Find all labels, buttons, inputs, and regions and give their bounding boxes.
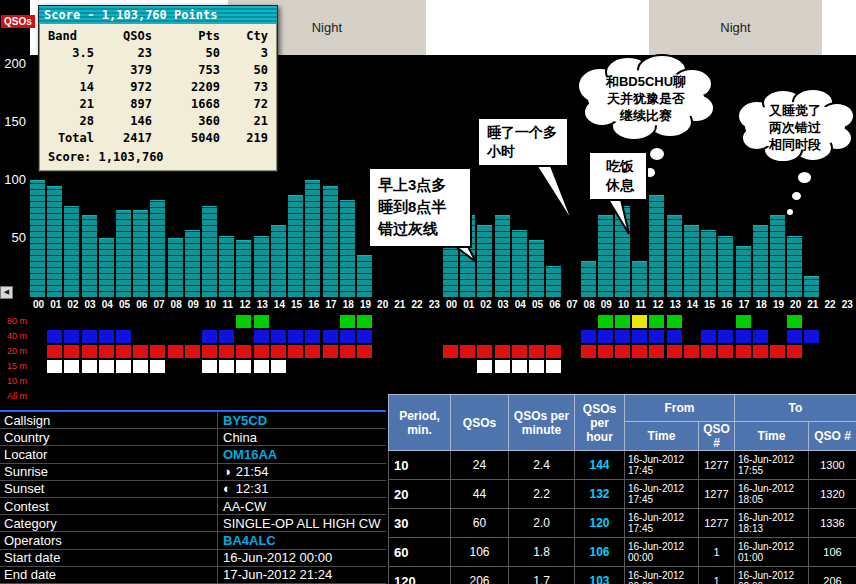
score-grid: BandQSOsPtsCty3.523503737975350149722209… (48, 28, 268, 147)
band-activity-cell (667, 330, 682, 343)
band-activity-cell (64, 360, 79, 373)
band-activity-cell (133, 360, 148, 373)
rate-cell: 1336 (809, 509, 856, 538)
band-activity-cell (202, 330, 217, 343)
rate-row: 10242.414416-Jun-2012 17:45127716-Jun-20… (389, 451, 856, 480)
band-activity-cell (116, 330, 131, 343)
band-activity-cell (529, 360, 544, 373)
band-activity-cell (632, 315, 647, 328)
score-cell: 28 (48, 113, 94, 130)
band-activity-cell (116, 360, 131, 373)
band-activity-cell (736, 315, 751, 328)
band-activity-cell (787, 315, 802, 328)
rate-subcolumn-header: Time (625, 422, 699, 451)
score-cell: 360 (152, 113, 220, 130)
rate-graph-window: NightNight 50100150200000102030405060708… (0, 0, 856, 584)
info-value: OM16AA (218, 447, 277, 462)
rate-cell: 30 (389, 509, 451, 538)
annotation-sleep-again: 又睡觉了 两次错过 相同时段 (733, 86, 856, 168)
score-cell: 7 (48, 62, 94, 79)
info-label: Start date (0, 550, 218, 566)
rate-column-header: From (625, 395, 735, 422)
rate-cell: 2.4 (509, 451, 575, 480)
info-row: CountryChina (0, 429, 386, 446)
info-label: Sunset (0, 481, 218, 497)
band-activity-cell (150, 345, 165, 358)
band-activity-cell (701, 330, 716, 343)
band-activity-cell (649, 345, 664, 358)
annotation-morning-sleep: 早上3点多 睡到8点半 错过灰线 (368, 167, 472, 248)
band-activity-cell (254, 345, 269, 358)
score-cell: 972 (94, 79, 152, 96)
band-activity-cell (150, 360, 165, 373)
score-column-header: Pts (152, 28, 220, 45)
score-cell: 146 (94, 113, 152, 130)
band-activity-cell (598, 315, 613, 328)
chart-scroll-left-button[interactable]: ◀ (0, 286, 13, 299)
info-label: Category (0, 515, 218, 531)
score-cell: 2417 (94, 130, 152, 147)
info-value: 17-Jun-2012 21:24 (218, 567, 332, 582)
rate-subcolumn-header: Time (735, 422, 809, 451)
band-activity-cell (185, 345, 200, 358)
band-activity-cell (305, 330, 320, 343)
info-value-text: 12:31 (236, 481, 269, 496)
band-activity-cell (202, 345, 217, 358)
score-cell: 219 (220, 130, 268, 147)
thought-trail-dot (796, 170, 813, 185)
band-activity-cell (667, 345, 682, 358)
rate-row: 601061.810616-Jun-2012 00:00116-Jun-2012… (389, 538, 856, 567)
band-activity-cell (271, 360, 286, 373)
rate-cell: 20 (389, 480, 451, 509)
info-row: ContestAA-CW (0, 498, 386, 515)
band-activity-cell (99, 345, 114, 358)
band-label: All m (0, 389, 27, 404)
rate-cell: 1277 (699, 509, 735, 538)
info-value-text: China (223, 430, 257, 445)
rate-cell: 16-Jun-2012 17:45 (625, 480, 699, 509)
band-activity-cell (684, 345, 699, 358)
rate-cell: 103 (575, 567, 625, 584)
info-value-text: BA4ALC (223, 533, 276, 548)
band-activity-cell (116, 345, 131, 358)
sunrise-moon-icon: ◑ (223, 464, 231, 479)
rate-cell: 16-Jun-2012 01:00 (735, 538, 809, 567)
rate-cell: 60 (451, 509, 509, 538)
rate-cell: 132 (575, 480, 625, 509)
band-activity-cell (649, 330, 664, 343)
band-activity-cell (47, 330, 62, 343)
rate-cell: 44 (451, 480, 509, 509)
thought-trail-dot (785, 207, 795, 217)
band-activity-cell (495, 360, 510, 373)
band-activity-cell (99, 360, 114, 373)
rate-cell: 16-Jun-2012 17:45 (625, 451, 699, 480)
rate-cell: 106 (809, 538, 856, 567)
score-cell: Total (48, 130, 94, 147)
annotation-chat: 和BD5CHU聊 天并犹豫是否 继续比赛 (572, 52, 720, 144)
info-label: End date (0, 567, 218, 583)
rate-cell: 16-Jun-2012 00:00 (625, 538, 699, 567)
info-value: SINGLE-OP ALL HIGH CW (218, 516, 381, 531)
band-activity-cell (443, 345, 458, 358)
band-activity-cell (357, 315, 372, 328)
score-cell: 2209 (152, 79, 220, 96)
info-value: ◑21:54 (218, 464, 268, 479)
rate-cell: 16-Jun-2012 17:45 (625, 509, 699, 538)
station-info-rows: CallsignBY5CDCountryChinaLocatorOM16AASu… (0, 412, 386, 584)
band-activity-cell (615, 345, 630, 358)
score-row: 21897166872 (48, 96, 268, 113)
band-activity-cell (718, 330, 733, 343)
band-label: 20 m (0, 344, 27, 359)
rate-cell: 16-Jun-2012 18:05 (735, 480, 809, 509)
rate-column-header: To (735, 395, 856, 422)
info-value: AA-CW (218, 499, 266, 514)
score-cell: 379 (94, 62, 152, 79)
rate-cell: 1.7 (509, 567, 575, 584)
band-activity-cell (202, 360, 217, 373)
score-column-header: Cty (220, 28, 268, 45)
band-activity-cell (649, 315, 664, 328)
band-activity-cell (787, 345, 802, 358)
score-panel-titlebar[interactable]: Score - 1,103,760 Points (39, 6, 277, 24)
band-activity-cell (82, 360, 97, 373)
rate-subcolumn-header: QSO # (699, 422, 735, 451)
